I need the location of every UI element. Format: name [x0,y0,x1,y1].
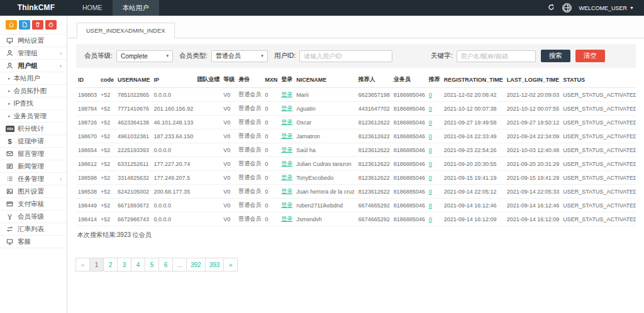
cell-id: 198803 [78,92,97,98]
quick-power-button[interactable] [45,20,57,30]
user-id-input[interactable] [299,50,392,62]
cell-ip: 46.101.248.133 [154,119,194,126]
sidebar-item-0[interactable]: 网站设置 [0,35,67,47]
sidebar-item-7[interactable]: VISA积分统计 [0,123,67,135]
recommend-count-link[interactable]: 0 [429,161,432,167]
member-type-label: 会员类型: [179,52,208,60]
refresh-icon[interactable] [548,4,555,12]
cell-username: 7771410676 [118,106,149,112]
login-as-link[interactable]: 登录 [281,105,292,111]
recommend-count-link[interactable]: 0 [429,119,432,126]
caret-right-icon: ▸ [8,101,11,106]
sidebar-item-label: 会员等级 [18,212,44,221]
sidebar-item-5[interactable]: ▸IP查找 [0,97,67,110]
sidebar-item-9[interactable]: 留言管理 [0,148,67,160]
cell-mxn: 0 [265,175,268,181]
cell-referrer: 6623657198 [358,92,390,98]
page-button-392[interactable]: 392 [186,258,206,272]
member-level-select[interactable]: Complete ▾ [116,50,173,62]
recommend-count-link[interactable]: 0 [429,92,432,98]
login-as-link[interactable]: 登录 [281,188,292,194]
home-icon [8,21,14,29]
sidebar-item-14[interactable]: 会员等级 [0,211,67,223]
result-summary: 本次搜索结果:3923 位会员 [76,226,636,244]
page-button-1[interactable]: 1 [89,258,104,272]
sidebar-item-6[interactable]: ▸业务员管理 [0,110,67,123]
cell-nicename: TonyEscobedo [296,175,333,181]
page-button-»[interactable]: » [223,258,238,272]
recommend-count-link[interactable]: 0 [429,202,432,209]
topnav-item-1[interactable]: 本站用户 [113,0,159,16]
login-as-link[interactable]: 登录 [281,119,292,125]
cell-status: USER_STATUS_ACTIVATED [563,175,636,181]
recommend-count-link[interactable]: 0 [429,189,432,195]
page-button-2[interactable]: 2 [103,258,118,272]
quick-file-button[interactable] [19,20,30,30]
sidebar-item-4[interactable]: ▸会员拓扑图 [0,85,67,97]
cell-ip: 177.249.207.5 [154,175,191,181]
recommend-count-link[interactable]: 0 [429,133,432,140]
login-as-link[interactable]: 登录 [281,91,292,97]
login-as-link[interactable]: 登录 [281,133,292,139]
sidebar-item-13[interactable]: 支付审核 [0,198,67,211]
topnav-item-0[interactable]: HOME [72,0,113,16]
topbar: ThinkCMF HOME本站用户 WELCOME_USER ▼ [0,0,644,16]
sidebar-item-label: 支付审核 [18,200,44,209]
cell-code: +52 [101,133,110,140]
page-button-5[interactable]: 5 [145,258,159,272]
sidebar-item-label: 图片设置 [18,187,44,196]
login-as-link[interactable]: 登录 [281,146,292,153]
sidebar-item-1[interactable]: 管理组› [0,47,67,60]
tab-user-index[interactable]: USER_INDEXADMIN_INDEX [77,23,175,38]
cell-level: V0 [223,92,230,98]
app-logo[interactable]: ThinkCMF [0,0,72,16]
cell-referrer: 8123612622 [358,161,390,167]
sidebar-item-15[interactable]: 汇率列表 [0,223,67,236]
sidebar-item-label: 留言管理 [18,150,44,158]
page-button-393[interactable]: 393 [205,258,225,272]
login-as-link[interactable]: 登录 [281,216,292,222]
member-type-select[interactable]: 普通会员 ▾ [211,50,268,62]
cell-id: 198784 [78,106,97,112]
avatar[interactable] [562,3,572,13]
login-as-link[interactable]: 登录 [281,202,292,208]
main-content: USER_INDEXADMIN_INDEX 会员等级: Complete ▾ 会… [68,16,644,313]
svg-text:VISA: VISA [6,128,13,131]
recommend-count-link[interactable]: 0 [429,106,432,112]
phone-icon [5,213,14,220]
recommend-count-link[interactable]: 0 [429,147,432,153]
cell-last_login: 2021-09-14 16:12:46 [507,202,560,209]
column-header-agent: 业务员 [392,72,427,88]
cell-nicename: Julian Cudras tarazon [296,161,352,167]
sidebar-item-label: 网站设置 [18,36,44,45]
quick-trash-button[interactable] [32,20,43,30]
page-button-4[interactable]: 4 [131,258,145,272]
search-button[interactable]: 搜索 [541,50,570,62]
cell-id: 198598 [78,175,97,181]
cell-id: 198654 [78,147,97,153]
recommend-count-link[interactable]: 0 [429,216,432,222]
quick-home-button[interactable] [6,20,17,30]
clear-button[interactable]: 清空 [575,50,605,62]
member-level-label: 会员等级: [84,52,113,60]
cell-code: +52 [101,175,110,181]
chevron-right-icon: › [60,63,62,69]
chevron-down-icon: ▾ [166,53,169,58]
login-as-link[interactable]: 登录 [281,160,292,167]
sidebar-item-10[interactable]: 新闻管理 [0,160,67,173]
sidebar-item-2[interactable]: 用户组› [0,60,67,72]
user-menu[interactable]: WELCOME_USER ▼ [579,5,634,11]
sidebar-item-3[interactable]: ▸本站用户 [0,72,67,85]
cell-mxn: 0 [265,92,268,98]
recommend-count-link[interactable]: 0 [429,175,432,181]
keyword-input[interactable] [457,50,536,62]
page-button-6[interactable]: 6 [158,258,173,272]
cell-reg_time: 2021-09-14 22:05:12 [444,189,497,195]
sidebar-item-8[interactable]: $提现申请 [0,135,67,148]
login-as-link[interactable]: 登录 [281,174,292,180]
sidebar-item-11[interactable]: 任务管理› [0,173,67,185]
page-button-3[interactable]: 3 [117,258,131,272]
cell-level: V0 [223,175,230,181]
sidebar-item-12[interactable]: 图片设置 [0,185,67,198]
sidebar-item-16[interactable]: 客服 [0,236,67,248]
